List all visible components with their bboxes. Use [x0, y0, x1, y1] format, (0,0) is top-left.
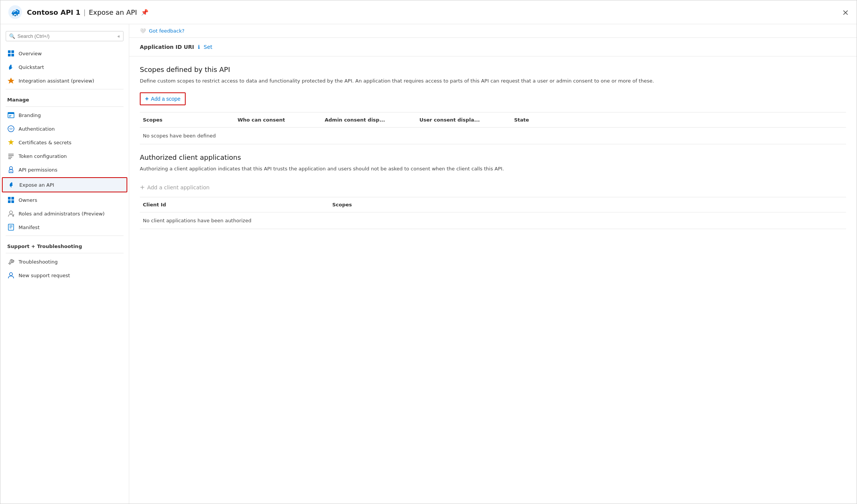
- support-divider2: [6, 253, 124, 253]
- support-section-label: Support + Troubleshooting: [0, 237, 129, 251]
- scopes-section: Scopes defined by this API Define custom…: [129, 56, 857, 144]
- app-container: Contoso API 1 | Expose an API 📌 × 🔍 « Ov…: [0, 0, 857, 504]
- sidebar-item-api-permissions[interactable]: API permissions: [0, 163, 129, 176]
- manifest-icon: [7, 223, 15, 231]
- add-scope-label: Add a scope: [151, 96, 180, 102]
- troubleshoot-icon: [7, 258, 15, 265]
- sidebar-item-overview[interactable]: Overview: [0, 47, 129, 60]
- client-table-header: Client Id Scopes: [140, 197, 846, 212]
- sidebar-item-authentication[interactable]: Authentication: [0, 122, 129, 136]
- owners-icon: [7, 196, 15, 204]
- app-id-uri-row: Application ID URI ℹ Set: [129, 38, 857, 56]
- sidebar-item-overview-label: Overview: [19, 51, 42, 56]
- svg-rect-25: [8, 224, 14, 230]
- quickstart-icon: [7, 63, 15, 71]
- sidebar-item-expose-api[interactable]: Expose an API: [2, 177, 127, 192]
- svg-rect-20: [8, 197, 11, 200]
- sidebar-item-quickstart[interactable]: Quickstart: [0, 60, 129, 74]
- svg-rect-21: [11, 197, 14, 200]
- manage-divider2: [6, 106, 124, 107]
- manage-divider: [6, 89, 124, 89]
- info-icon: ℹ: [198, 44, 200, 50]
- scopes-title: Scopes defined by this API: [140, 66, 846, 73]
- feedback-label[interactable]: Got feedback?: [149, 28, 185, 34]
- svg-point-24: [9, 211, 13, 214]
- sidebar-item-roles[interactable]: Roles and administrators (Preview): [0, 207, 129, 220]
- sidebar-item-owners[interactable]: Owners: [0, 193, 129, 207]
- search-box[interactable]: 🔍 «: [6, 31, 124, 41]
- sidebar-item-branding-label: Branding: [19, 112, 41, 118]
- scopes-col-user-consent: User consent displa...: [416, 115, 511, 124]
- close-button[interactable]: ×: [842, 8, 849, 17]
- sidebar-item-integration[interactable]: Integration assistant (preview): [0, 74, 129, 87]
- svg-rect-22: [8, 200, 11, 203]
- auth-client-title: Authorized client applications: [140, 153, 846, 161]
- sidebar-item-quickstart-label: Quickstart: [19, 64, 44, 70]
- header-separator: |: [83, 8, 86, 16]
- sidebar-item-branding[interactable]: Branding: [0, 108, 129, 122]
- header: Contoso API 1 | Expose an API 📌 ×: [0, 0, 857, 24]
- scopes-col-admin-consent: Admin consent disp...: [322, 115, 416, 124]
- auth-client-description: Authorizing a client application indicat…: [140, 165, 846, 173]
- sidebar-item-roles-label: Roles and administrators (Preview): [19, 211, 105, 217]
- support-icon: [7, 272, 15, 279]
- svg-rect-6: [8, 54, 11, 56]
- svg-rect-5: [11, 50, 14, 53]
- add-scope-button[interactable]: + Add a scope: [140, 92, 186, 105]
- search-input[interactable]: [17, 33, 115, 39]
- pin-icon[interactable]: 📌: [141, 9, 149, 16]
- svg-point-1: [13, 14, 14, 16]
- search-icon: 🔍: [9, 33, 15, 39]
- svg-point-2: [14, 15, 16, 16]
- manage-section-label: Manage: [0, 91, 129, 105]
- overview-icon: [7, 50, 15, 57]
- svg-point-13: [10, 128, 12, 130]
- svg-rect-4: [8, 50, 11, 53]
- collapse-icon[interactable]: «: [117, 34, 120, 39]
- client-col-id: Client Id: [140, 200, 329, 209]
- app-name: Contoso API 1: [27, 8, 80, 16]
- scopes-col-state: State: [511, 115, 557, 124]
- app-id-uri-label: Application ID URI: [140, 44, 194, 50]
- feedback-heart-icon: 🤍: [140, 28, 146, 34]
- api-perm-icon: [7, 166, 15, 173]
- certs-icon: [7, 139, 15, 146]
- scopes-col-scopes: Scopes: [140, 115, 235, 124]
- sidebar-item-integration-label: Integration assistant (preview): [19, 78, 94, 84]
- add-client-plus-icon: +: [140, 184, 145, 191]
- client-empty-row: No client applications have been authori…: [140, 212, 846, 229]
- main-content: 🤍 Got feedback? Application ID URI ℹ Set…: [129, 24, 857, 504]
- sidebar-item-new-support[interactable]: New support request: [0, 268, 129, 282]
- scopes-table-header: Scopes Who can consent Admin consent dis…: [140, 112, 846, 128]
- sidebar: 🔍 « Overview Quickstart: [0, 24, 129, 504]
- sidebar-item-certs-label: Certificates & secrets: [19, 140, 72, 145]
- feedback-bar[interactable]: 🤍 Got feedback?: [129, 24, 857, 38]
- expose-icon: [8, 181, 16, 189]
- client-col-scopes: Scopes: [329, 200, 443, 209]
- svg-rect-7: [11, 54, 14, 56]
- integration-icon: [7, 77, 15, 84]
- sidebar-item-authentication-label: Authentication: [19, 126, 55, 132]
- sidebar-item-token[interactable]: Token configuration: [0, 149, 129, 163]
- scopes-description: Define custom scopes to restrict access …: [140, 77, 846, 85]
- page-title: Expose an API: [89, 8, 137, 16]
- auth-client-section: Authorized client applications Authorizi…: [129, 144, 857, 229]
- sidebar-item-api-perm-label: API permissions: [19, 167, 57, 173]
- body-layout: 🔍 « Overview Quickstart: [0, 24, 857, 504]
- token-icon: [7, 152, 15, 160]
- sidebar-item-certs[interactable]: Certificates & secrets: [0, 136, 129, 149]
- scopes-empty-row: No scopes have been defined: [140, 128, 846, 144]
- svg-point-3: [16, 14, 18, 16]
- sidebar-item-troubleshooting[interactable]: Troubleshooting: [0, 255, 129, 268]
- sidebar-item-troubleshooting-label: Troubleshooting: [19, 259, 58, 265]
- branding-icon: [7, 111, 15, 119]
- auth-icon: [7, 125, 15, 133]
- sidebar-item-new-support-label: New support request: [19, 273, 70, 278]
- set-link[interactable]: Set: [204, 44, 213, 50]
- sidebar-item-owners-label: Owners: [19, 197, 37, 203]
- add-client-button: + Add a client application: [140, 180, 846, 195]
- svg-rect-9: [8, 112, 14, 114]
- sidebar-item-manifest[interactable]: Manifest: [0, 220, 129, 234]
- svg-point-29: [9, 273, 13, 276]
- app-logo: [8, 5, 22, 19]
